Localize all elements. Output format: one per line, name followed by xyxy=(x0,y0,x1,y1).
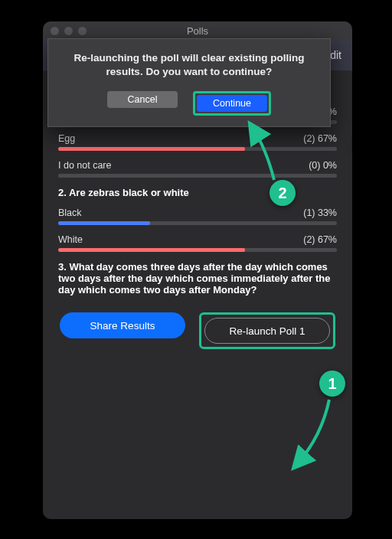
option-label: White xyxy=(58,234,83,245)
max-dot[interactable] xyxy=(78,27,87,35)
window-controls[interactable] xyxy=(51,27,87,35)
bar-track xyxy=(58,147,337,151)
min-dot[interactable] xyxy=(64,27,73,35)
header-right[interactable]: dit xyxy=(330,49,341,61)
bar-track xyxy=(58,174,337,178)
poll-option: Egg(2) 67% xyxy=(58,133,337,151)
window-title: Polls xyxy=(43,25,352,37)
option-stat: (1) 33% xyxy=(303,207,337,218)
question-title: 3. What day comes three days after the d… xyxy=(58,261,337,296)
share-results-button[interactable]: Share Results xyxy=(60,312,185,338)
step-badge-1: 1 xyxy=(319,371,345,397)
close-dot[interactable] xyxy=(51,27,59,35)
bar-fill xyxy=(58,248,245,252)
poll-option: I do not care(0) 0% xyxy=(58,160,337,178)
option-label: I do not care xyxy=(58,160,112,171)
option-stat: (2) 67% xyxy=(303,234,337,245)
option-stat: (2) 67% xyxy=(303,133,337,144)
bar-track xyxy=(58,221,337,225)
relaunch-poll-button[interactable]: Re-launch Poll 1 xyxy=(204,318,330,344)
option-stat: (0) 0% xyxy=(309,160,337,171)
bar-track xyxy=(58,248,337,252)
titlebar: Polls xyxy=(43,21,352,40)
poll-option: White(2) 67% xyxy=(58,234,337,252)
cancel-button[interactable]: Cancel xyxy=(107,91,178,108)
confirm-dialog: Re-launching the poll will clear existin… xyxy=(47,38,331,127)
action-row: Share Results Re-launch Poll 1 xyxy=(58,312,337,349)
poll-option: Black(1) 33% xyxy=(58,207,337,225)
bar-fill xyxy=(58,147,245,151)
continue-button[interactable]: Continue xyxy=(197,95,267,112)
option-label: Black xyxy=(58,207,82,218)
step-badge-2: 2 xyxy=(270,180,296,206)
continue-highlight: Continue xyxy=(193,91,271,116)
option-label: Egg xyxy=(58,133,75,144)
relaunch-highlight: Re-launch Poll 1 xyxy=(199,312,335,349)
bar-fill xyxy=(58,221,150,225)
dialog-message: Re-launching the poll will clear existin… xyxy=(65,51,313,79)
dialog-buttons: Cancel Continue xyxy=(65,91,313,116)
